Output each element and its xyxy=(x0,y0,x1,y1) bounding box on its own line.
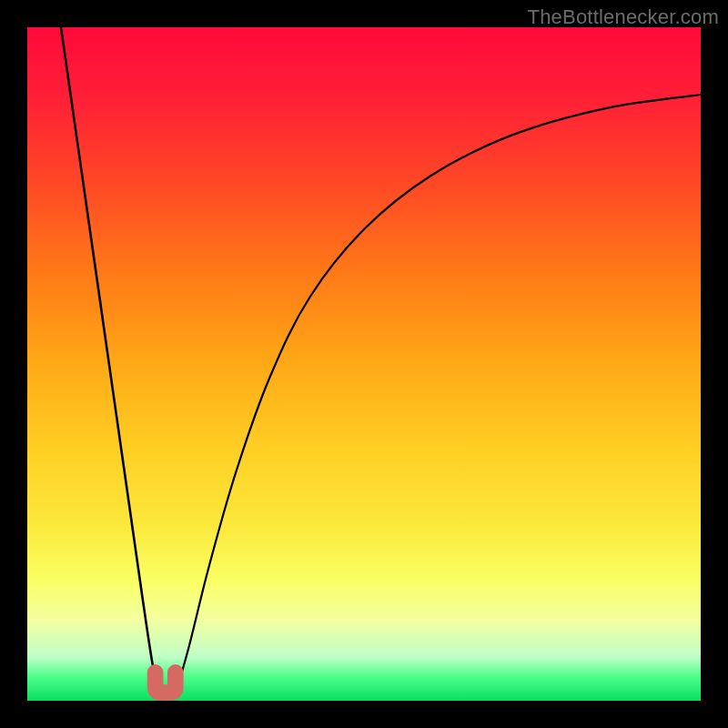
curve-right-branch xyxy=(176,95,701,694)
bottleneck-curve xyxy=(27,27,701,701)
optimum-marker xyxy=(156,672,176,693)
curve-left-branch xyxy=(61,27,158,694)
chart-frame xyxy=(27,27,701,701)
credit-label: TheBottlenecker.com xyxy=(528,5,719,29)
